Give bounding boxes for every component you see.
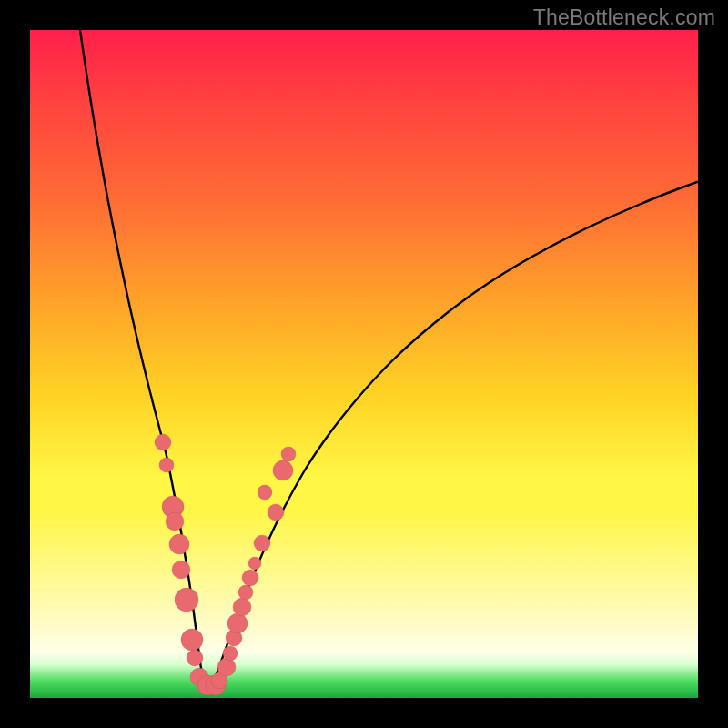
data-dot bbox=[166, 512, 184, 531]
data-dot bbox=[228, 613, 248, 633]
data-dot bbox=[281, 447, 296, 461]
data-dot bbox=[248, 557, 261, 570]
data-dots bbox=[155, 434, 296, 695]
chart-svg bbox=[30, 30, 698, 698]
data-dot bbox=[187, 650, 203, 666]
data-dot bbox=[258, 485, 272, 500]
data-dot bbox=[268, 504, 284, 521]
plot-area bbox=[30, 30, 698, 698]
data-dot bbox=[233, 598, 251, 616]
chart-frame: TheBottleneck.com bbox=[0, 0, 728, 728]
data-dot bbox=[254, 535, 270, 551]
data-dot bbox=[242, 570, 258, 586]
data-dot bbox=[223, 646, 238, 661]
bottleneck-curve bbox=[80, 30, 697, 690]
data-dot bbox=[175, 588, 198, 612]
data-dot bbox=[169, 534, 189, 554]
data-dot bbox=[273, 460, 293, 480]
data-dot bbox=[155, 434, 171, 450]
data-dot bbox=[172, 561, 190, 579]
data-dot bbox=[159, 458, 174, 472]
data-dot bbox=[238, 585, 253, 600]
data-dot bbox=[181, 629, 203, 651]
data-dot bbox=[217, 658, 236, 676]
watermark-text: TheBottleneck.com bbox=[533, 5, 715, 30]
